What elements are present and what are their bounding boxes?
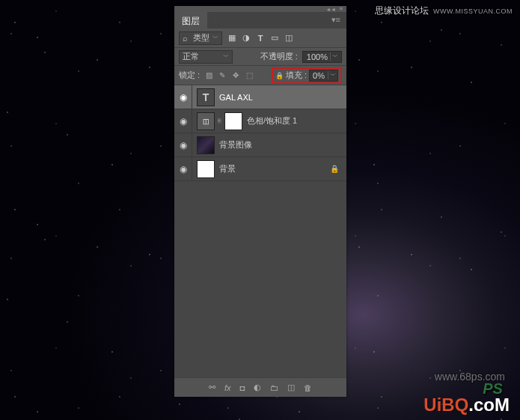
filter-icons: ▦ ◑ T ▭ ◫	[227, 33, 294, 43]
lock-all-icon[interactable]: 🔒	[275, 72, 284, 79]
panel-bottom-bar: ⚯ fx ◘ ◐ 🗀 ◫ 🗑	[174, 377, 346, 397]
adjustment-thumb[interactable]: ◫	[197, 112, 215, 130]
trash-icon[interactable]: 🗑	[304, 383, 312, 392]
tab-layers[interactable]: 图层	[174, 12, 207, 28]
filter-smart-icon[interactable]: ◫	[284, 33, 294, 43]
link-icon[interactable]: ⎘	[218, 118, 221, 124]
visibility-toggle[interactable]: ◉	[174, 109, 192, 133]
adjustment-icon[interactable]: ◐	[254, 383, 261, 392]
layer-row[interactable]: ◉ T GAL AXL	[174, 85, 346, 109]
opacity-input[interactable]: 100% ﹀	[302, 51, 342, 63]
layer-thumbs	[192, 160, 215, 178]
layer-name[interactable]: GAL AXL	[215, 93, 253, 102]
layer-name[interactable]: 背景图像	[215, 139, 252, 150]
filter-pixel-icon[interactable]: ▦	[227, 33, 237, 43]
collapse-icon[interactable]: ◄◄	[325, 7, 336, 12]
layer-name[interactable]: 色相/饱和度 1	[242, 115, 297, 127]
layer-row[interactable]: ◉ ◫ ⎘ 色相/饱和度 1	[174, 109, 346, 133]
blend-mode-value: 正常	[183, 51, 199, 62]
lock-position-icon[interactable]: ✥	[230, 70, 241, 81]
watermark-url: WWW.MISSYUAN.COM	[433, 7, 513, 15]
panel-controls: ◄◄ ✕	[174, 6, 346, 12]
layer-thumbs: T	[192, 88, 215, 106]
fill-highlight: 🔒 填充 : 0% ﹀	[272, 67, 342, 84]
layer-row[interactable]: ◉ 背景 🔒	[174, 157, 346, 181]
layer-name[interactable]: 背景	[215, 163, 236, 174]
chevron-down-icon: ﹀	[330, 52, 340, 61]
lock-row: 锁定 : ▨ ✎ ✥ ⬚ 🔒 填充 : 0% ﹀	[174, 66, 346, 85]
filter-text-icon[interactable]: T	[255, 33, 266, 43]
filter-shape-icon[interactable]: ▭	[269, 33, 280, 43]
mask-icon[interactable]: ◘	[239, 383, 245, 392]
fx-icon[interactable]: fx	[224, 383, 231, 392]
watermark-uibq: UiBQ.coM	[423, 395, 510, 416]
mask-thumb[interactable]	[224, 112, 242, 130]
filter-row: ⌕ 类型 ﹀ ▦ ◑ T ▭ ◫	[174, 28, 346, 48]
fill-value: 0%	[310, 71, 328, 80]
bg-thumb[interactable]	[197, 160, 215, 178]
blend-row: 正常 ﹀ 不透明度 : 100% ﹀	[174, 48, 346, 66]
lock-paint-icon[interactable]: ✎	[217, 70, 227, 81]
lock-icon: 🔒	[330, 165, 339, 173]
new-layer-icon[interactable]: ◫	[287, 383, 295, 392]
image-thumb[interactable]	[197, 136, 215, 154]
layer-thumbs	[192, 136, 215, 154]
watermark-top: 思缘设计论坛 WWW.MISSYUAN.COM	[375, 4, 513, 17]
visibility-toggle[interactable]: ◉	[174, 157, 192, 180]
layer-thumbs: ◫ ⎘	[192, 112, 242, 130]
fill-label: 填充 :	[286, 70, 307, 81]
close-icon[interactable]: ✕	[339, 6, 343, 12]
lock-icons: ▨ ✎ ✥ ⬚	[204, 70, 254, 81]
visibility-toggle[interactable]: ◉	[174, 85, 192, 109]
chevron-down-icon: ﹀	[328, 71, 337, 79]
opacity-label: 不透明度 :	[260, 51, 298, 62]
layers-panel: ◄◄ ✕ 图层 ▾≡ ⌕ 类型 ﹀ ▦ ◑ T ▭ ◫ 正常 ﹀ 不透明度 : …	[174, 6, 346, 397]
layer-row[interactable]: ◉ 背景图像	[174, 133, 346, 157]
lock-transparent-icon[interactable]: ▨	[204, 70, 214, 81]
layers-list: ◉ T GAL AXL ◉ ◫ ⎘ 色相/饱和度 1 ◉ 背景图像 ◉	[174, 85, 346, 377]
filter-type-dropdown[interactable]: ⌕ 类型 ﹀	[179, 31, 222, 45]
watermark-forum: 思缘设计论坛	[375, 4, 429, 17]
search-icon: ⌕	[183, 34, 190, 43]
lock-artboard-icon[interactable]: ⬚	[244, 70, 254, 81]
filter-label: 类型	[193, 32, 209, 43]
link-layers-icon[interactable]: ⚯	[209, 383, 215, 392]
panel-tabs: 图层 ▾≡	[174, 12, 346, 28]
group-icon[interactable]: 🗀	[270, 383, 278, 392]
visibility-toggle[interactable]: ◉	[174, 133, 192, 156]
text-layer-thumb[interactable]: T	[197, 88, 215, 106]
blend-mode-dropdown[interactable]: 正常 ﹀	[179, 50, 233, 64]
fill-input[interactable]: 0% ﹀	[309, 70, 338, 82]
panel-menu-icon[interactable]: ▾≡	[325, 12, 346, 28]
chevron-down-icon: ﹀	[223, 52, 229, 61]
opacity-value: 100%	[305, 52, 330, 61]
lock-label: 锁定 :	[179, 70, 200, 81]
filter-adjust-icon[interactable]: ◑	[241, 33, 251, 43]
chevron-down-icon: ﹀	[212, 34, 218, 42]
